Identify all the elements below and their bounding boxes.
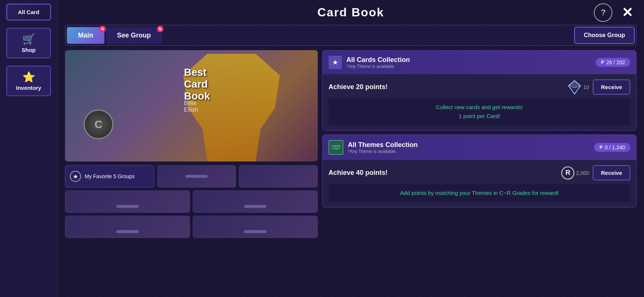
themes-info-line1: Add points by matching your Themes in C~… bbox=[334, 189, 624, 198]
group-card-slot-2[interactable] bbox=[239, 165, 318, 187]
help-button[interactable]: ? bbox=[594, 3, 612, 22]
all-themes-info: Add points by matching your Themes in C~… bbox=[329, 184, 630, 202]
diamond-container: 10 bbox=[567, 80, 589, 95]
info-line1: Collect new cards and get rewards! bbox=[334, 103, 624, 112]
main-area: Card Book ? ✕ Main N See Group N Choose bbox=[58, 0, 644, 297]
tab-main[interactable]: Main N bbox=[67, 27, 104, 44]
tab-see-group[interactable]: See Group N bbox=[106, 27, 162, 44]
diamond-icon bbox=[567, 80, 582, 95]
count-value-1: 10 bbox=[583, 84, 589, 90]
groups-section: ★ My Favorite 5 Groups bbox=[65, 165, 318, 238]
achieve-right-1: 10 Receive bbox=[567, 79, 630, 95]
help-icon: ? bbox=[601, 8, 605, 17]
card-logo: C bbox=[84, 110, 113, 139]
themes-progress-value: 0 / 1,240 bbox=[605, 144, 625, 150]
right-panel: ★ All Cards Collection *Any Theme is ava… bbox=[322, 50, 637, 291]
achieve-count-1: 10 bbox=[583, 84, 589, 90]
shop-label: Shop bbox=[22, 47, 36, 53]
page-title: Card Book bbox=[317, 6, 384, 19]
fav-groups-label: My Favorite 5 Groups bbox=[85, 173, 135, 179]
star-icon: ★ bbox=[70, 171, 81, 182]
group-card-slot-1[interactable] bbox=[157, 165, 236, 187]
logo-letter: C bbox=[94, 118, 103, 131]
all-cards-collection: ★ All Cards Collection *Any Theme is ava… bbox=[322, 50, 637, 131]
inventory-label: Inventory bbox=[16, 85, 41, 91]
card-image-area: Billie Eilish C Best Card Book Billie Ei… bbox=[65, 50, 318, 161]
achieve-row-1: Achieve 20 points! bbox=[329, 79, 630, 95]
all-themes-subtitle: *Any Theme is available. bbox=[348, 149, 590, 154]
all-cards-title-group: All Cards Collection *Any Theme is avail… bbox=[346, 56, 591, 69]
groups-header-row: ★ My Favorite 5 Groups bbox=[65, 165, 318, 187]
group-card-slot-6[interactable] bbox=[193, 216, 318, 238]
card-book-title: Best Card Book bbox=[184, 66, 210, 102]
all-cards-info: Collect new cards and get rewards! 1 poi… bbox=[329, 98, 630, 125]
group-card-slot-5[interactable] bbox=[65, 216, 190, 238]
r-icon: R bbox=[561, 166, 575, 180]
achieve-text-2: Achieve 40 points! bbox=[329, 169, 388, 177]
favorite-groups-button[interactable]: ★ My Favorite 5 Groups bbox=[65, 165, 154, 187]
receive-label-1: Receive bbox=[601, 84, 622, 90]
achieve-row-2: Achieve 40 points! R 2,000 Receive bbox=[329, 165, 630, 180]
all-cards-icon: ★ bbox=[329, 56, 342, 69]
choose-group-button[interactable]: Choose Group bbox=[574, 27, 635, 44]
tab-row: Main N See Group N Choose Group bbox=[65, 25, 637, 46]
tab-see-group-badge: N bbox=[157, 26, 164, 32]
achieve-count-2: 2,000 bbox=[576, 170, 589, 176]
close-icon: ✕ bbox=[622, 5, 633, 20]
info-line2: 1 point per Card! bbox=[334, 112, 624, 121]
close-button[interactable]: ✕ bbox=[618, 3, 637, 22]
count-value-2: 2,000 bbox=[576, 170, 589, 176]
left-panel: Billie Eilish C Best Card Book Billie Ei… bbox=[65, 50, 318, 291]
all-cards-progress: P 26 / 202 bbox=[596, 58, 630, 67]
top-bar-actions: ? ✕ bbox=[594, 3, 637, 22]
all-themes-progress-pill: P 0 / 1,240 bbox=[594, 143, 630, 152]
sidebar: All Card 🛒 Shop ⭐ Inventory bbox=[0, 0, 58, 297]
allcard-label: All Card bbox=[18, 9, 39, 15]
all-cards-subtitle: *Any Theme is available. bbox=[346, 64, 591, 69]
svg-marker-1 bbox=[569, 81, 580, 88]
tab-main-label: Main bbox=[78, 32, 93, 39]
all-cards-body: Achieve 20 points! bbox=[323, 74, 636, 130]
receive-label-2: Receive bbox=[601, 170, 622, 176]
group-card-slot-3[interactable] bbox=[65, 190, 190, 213]
content-grid: Billie Eilish C Best Card Book Billie Ei… bbox=[65, 50, 637, 291]
r-icon-container: R 2,000 bbox=[561, 166, 589, 180]
all-cards-progress-pill: P 26 / 202 bbox=[596, 58, 630, 67]
all-themes-header: THEME POINT All Themes Collection *Any T… bbox=[323, 135, 636, 160]
all-themes-title: All Themes Collection bbox=[348, 141, 590, 149]
tab-main-badge: N bbox=[99, 26, 106, 32]
all-themes-body: Achieve 40 points! R 2,000 Receive bbox=[323, 160, 636, 207]
all-themes-collection: THEME POINT All Themes Collection *Any T… bbox=[322, 134, 637, 208]
receive-button-1[interactable]: Receive bbox=[593, 79, 630, 95]
group-card-slot-4[interactable] bbox=[193, 190, 318, 213]
achieve-text-1: Achieve 20 points! bbox=[329, 83, 388, 91]
progress-value: 26 / 202 bbox=[606, 59, 625, 65]
all-cards-header: ★ All Cards Collection *Any Theme is ava… bbox=[323, 50, 636, 74]
all-themes-progress: P 0 / 1,240 bbox=[594, 143, 630, 152]
all-cards-title: All Cards Collection bbox=[346, 56, 591, 64]
card-book-artist: Billie Eilish bbox=[184, 100, 198, 113]
progress-p-label: P bbox=[601, 60, 604, 65]
all-themes-title-group: All Themes Collection *Any Theme is avai… bbox=[348, 141, 590, 154]
receive-button-2[interactable]: Receive bbox=[593, 165, 630, 180]
sidebar-item-inventory[interactable]: ⭐ Inventory bbox=[6, 66, 51, 96]
sidebar-item-allcard[interactable]: All Card bbox=[6, 4, 51, 20]
top-bar: Card Book ? ✕ bbox=[65, 6, 637, 19]
shop-icon: 🛒 bbox=[11, 33, 46, 45]
group-cards-row-2 bbox=[65, 190, 318, 213]
theme-icon: THEME POINT bbox=[329, 140, 343, 155]
group-cards-row-3 bbox=[65, 216, 318, 238]
tab-see-group-label: See Group bbox=[117, 32, 151, 39]
achieve-right-2: R 2,000 Receive bbox=[561, 165, 630, 180]
sidebar-item-shop[interactable]: 🛒 Shop bbox=[6, 28, 51, 58]
choose-group-label: Choose Group bbox=[584, 32, 625, 38]
inventory-icon: ⭐ bbox=[11, 71, 46, 83]
themes-progress-p: P bbox=[599, 145, 602, 150]
star-collection-icon: ★ bbox=[332, 58, 338, 66]
